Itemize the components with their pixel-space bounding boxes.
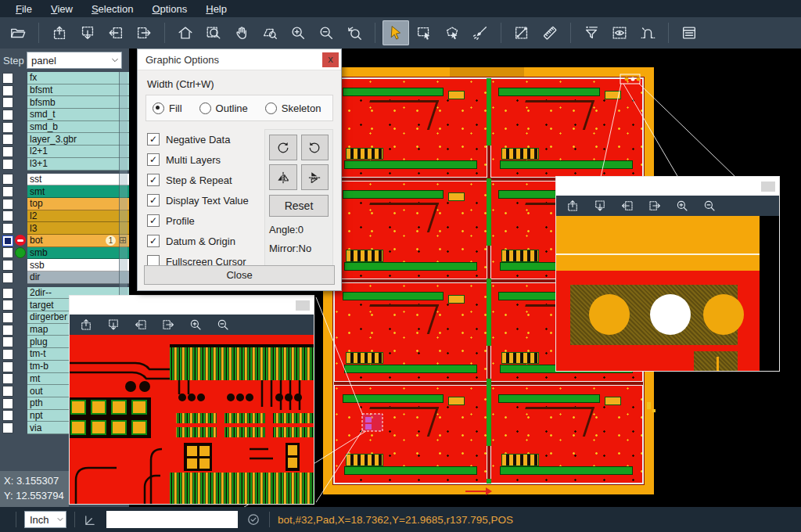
magnifier1-titlebar[interactable] bbox=[70, 296, 314, 315]
layer-visibility-checkbox[interactable] bbox=[2, 260, 13, 271]
radio-button[interactable] bbox=[265, 102, 277, 114]
layer-visibility-checkbox[interactable] bbox=[2, 398, 13, 409]
menu-item-file[interactable]: File bbox=[6, 2, 41, 16]
zoom-in-button[interactable] bbox=[285, 20, 311, 45]
width-option-skeleton[interactable]: Skeleton bbox=[265, 102, 321, 114]
pan-down-button[interactable] bbox=[104, 316, 123, 333]
width-option-outline[interactable]: Outline bbox=[199, 102, 248, 114]
pan-button[interactable] bbox=[228, 20, 255, 45]
pan-up-button[interactable] bbox=[563, 197, 582, 214]
window-button[interactable] bbox=[296, 300, 310, 311]
sync-check-icon[interactable] bbox=[246, 512, 261, 527]
layer-visibility-checkbox[interactable] bbox=[2, 349, 13, 360]
layer-visibility-checkbox[interactable] bbox=[2, 186, 13, 197]
layer-name-cell[interactable]: smd_t bbox=[27, 109, 129, 121]
checkbox[interactable]: ✓ bbox=[147, 133, 160, 146]
layer-visibility-checkbox[interactable] bbox=[2, 134, 13, 145]
checkbox[interactable]: ✓ bbox=[147, 235, 160, 247]
menu-item-selection[interactable]: Selection bbox=[82, 2, 142, 16]
layer-visibility-checkbox[interactable] bbox=[2, 210, 13, 221]
layer-visibility-checkbox[interactable] bbox=[2, 85, 13, 96]
graphic-options-dialog[interactable]: Graphic Options x Width (Ctrl+W) FillOut… bbox=[137, 49, 342, 291]
mirror-vertical-button[interactable] bbox=[269, 164, 297, 190]
rotate-cw-button[interactable] bbox=[269, 135, 297, 160]
layer-visibility-checkbox[interactable] bbox=[2, 386, 13, 397]
layer-name-cell[interactable]: smd_b bbox=[27, 121, 129, 134]
layer-visibility-checkbox[interactable] bbox=[2, 247, 13, 258]
zoom-out-button[interactable] bbox=[313, 20, 339, 45]
layer-visibility-checkbox[interactable] bbox=[2, 122, 13, 133]
layer-visibility-checkbox[interactable] bbox=[2, 410, 13, 421]
window-button[interactable] bbox=[761, 182, 775, 192]
menu-item-view[interactable]: View bbox=[41, 2, 82, 16]
layers-panel-button[interactable] bbox=[676, 20, 702, 45]
layer-row-l3[interactable]: l3 bbox=[0, 222, 129, 235]
pan-right-button[interactable] bbox=[159, 316, 178, 333]
import-bottom-button[interactable] bbox=[74, 20, 101, 45]
select-tool-button[interactable] bbox=[383, 20, 409, 45]
pcb-board[interactable] bbox=[334, 78, 487, 178]
zoom-in-button[interactable] bbox=[673, 197, 691, 214]
layer-name-cell[interactable]: l3+1 bbox=[27, 158, 129, 171]
dialog-close-button[interactable]: x bbox=[322, 52, 339, 67]
layer-name-cell[interactable]: l2 bbox=[27, 210, 129, 223]
layer-visibility-checkbox[interactable] bbox=[2, 73, 13, 84]
dialog-close-action-button[interactable]: Close bbox=[144, 265, 335, 285]
step-select[interactable]: panel bbox=[27, 52, 122, 69]
snap-button[interactable] bbox=[634, 20, 661, 45]
dialog-titlebar[interactable]: Graphic Options x bbox=[138, 49, 341, 70]
layer-name-cell[interactable]: bot1⊞ bbox=[27, 235, 129, 247]
layer-visibility-checkbox[interactable] bbox=[2, 159, 13, 170]
layer-visibility-checkbox[interactable] bbox=[2, 422, 13, 433]
layer-visibility-checkbox[interactable] bbox=[2, 235, 13, 246]
option-datum-origin[interactable]: ✓Datum & Origin bbox=[147, 231, 264, 251]
layer-name-cell[interactable]: smb bbox=[27, 247, 129, 260]
layer-name-cell[interactable]: l2+1 bbox=[27, 146, 129, 158]
pcb-board[interactable] bbox=[490, 78, 644, 178]
option-display-text-value[interactable]: ✓Display Text Value bbox=[147, 190, 264, 210]
layer-name-cell[interactable]: fx bbox=[27, 72, 129, 84]
clean-button[interactable] bbox=[467, 20, 494, 45]
import-right-button[interactable] bbox=[131, 20, 157, 45]
filter-button[interactable] bbox=[578, 20, 605, 45]
layer-visibility-checkbox[interactable] bbox=[2, 373, 13, 384]
layer-row-l2[interactable]: l2 bbox=[0, 210, 129, 223]
layer-name-cell[interactable]: layer_3.gbr bbox=[27, 133, 129, 146]
pan-left-button[interactable] bbox=[131, 316, 150, 333]
open-file-button[interactable] bbox=[5, 20, 31, 45]
layer-row-bfsmt[interactable]: bfsmt bbox=[0, 84, 129, 97]
magnifier-window-2[interactable] bbox=[555, 176, 780, 372]
pan-left-button[interactable] bbox=[618, 197, 637, 214]
checkbox[interactable]: ✓ bbox=[147, 174, 160, 186]
option-multi-layers[interactable]: ✓Multi Layers bbox=[147, 149, 264, 170]
checkbox[interactable]: ✓ bbox=[147, 153, 160, 166]
layer-name-cell[interactable]: top bbox=[27, 198, 129, 210]
width-option-fill[interactable]: Fill bbox=[153, 102, 182, 114]
pan-up-button[interactable] bbox=[77, 316, 95, 333]
select-rect-button[interactable] bbox=[411, 20, 437, 45]
mirror-horizontal-button[interactable] bbox=[301, 164, 329, 190]
layer-visibility-checkbox[interactable] bbox=[2, 288, 13, 299]
inspect-button[interactable] bbox=[606, 20, 633, 45]
measure-button[interactable] bbox=[508, 20, 535, 45]
layer-visibility-checkbox[interactable] bbox=[2, 174, 13, 185]
zoom-polygon-button[interactable] bbox=[257, 20, 283, 45]
layer-row-smd_t[interactable]: smd_t bbox=[0, 109, 129, 121]
magnifier-window-1[interactable] bbox=[69, 295, 314, 505]
layer-visibility-checkbox[interactable] bbox=[2, 146, 13, 157]
layer-name-cell[interactable]: dir bbox=[27, 271, 129, 284]
unit-select[interactable]: Inch bbox=[24, 511, 66, 528]
pcb-board[interactable] bbox=[334, 181, 487, 280]
zoom-out-button[interactable] bbox=[214, 316, 232, 333]
layer-visibility-checkbox[interactable] bbox=[2, 272, 13, 283]
option-step-repeat[interactable]: ✓Step & Repeat bbox=[147, 170, 264, 190]
layer-visibility-checkbox[interactable] bbox=[2, 199, 13, 210]
checkbox[interactable]: ✓ bbox=[147, 194, 160, 207]
rotate-ccw-button[interactable] bbox=[301, 135, 329, 160]
select-polygon-button[interactable] bbox=[439, 20, 465, 45]
radio-button[interactable] bbox=[199, 102, 211, 114]
zoom-previous-button[interactable] bbox=[341, 20, 368, 45]
layer-visibility-checkbox[interactable] bbox=[2, 110, 13, 120]
layer-row-smb[interactable]: smb bbox=[0, 247, 129, 260]
layer-name-cell[interactable]: bfsmt bbox=[27, 84, 129, 97]
